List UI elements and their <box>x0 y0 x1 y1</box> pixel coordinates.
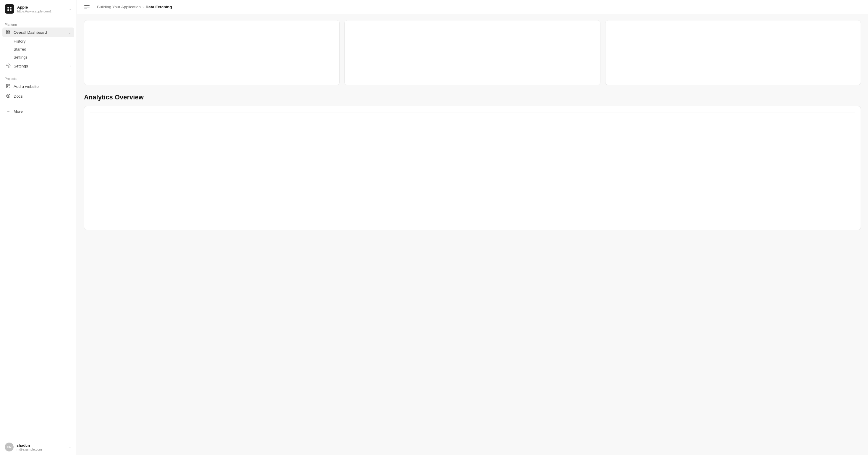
svg-rect-15 <box>84 7 90 7</box>
breadcrumb-item-2: Data Fetching <box>146 5 172 9</box>
sidebar-item-starred[interactable]: Starred <box>2 45 74 53</box>
svg-rect-5 <box>8 30 10 32</box>
more-left: ··· More <box>5 109 23 114</box>
svg-point-12 <box>6 94 10 97</box>
dashboard-icon <box>5 30 11 35</box>
add-website-label: Add a website <box>13 84 39 89</box>
svg-rect-7 <box>8 32 10 34</box>
avatar: CN <box>5 443 13 451</box>
main-content: | Building Your Application › Data Fetch… <box>77 0 868 455</box>
sidebar-item-history[interactable]: History <box>2 37 74 45</box>
projects-label: Projects <box>2 77 74 81</box>
settings-chevron-icon: › <box>70 64 71 68</box>
settings-label: Settings <box>13 64 28 68</box>
account-info: Apple https://www.apple.com1 <box>17 5 52 13</box>
account-switcher[interactable]: Apple https://www.apple.com1 <box>5 4 52 13</box>
footer-account: CN shadcn m@example.com <box>5 443 42 451</box>
sidebar-item-overall-dashboard[interactable]: Overall Dashboard ⌄ <box>2 28 74 37</box>
card-3 <box>605 20 861 85</box>
svg-rect-9 <box>6 84 8 86</box>
svg-rect-6 <box>6 32 8 34</box>
history-label: History <box>13 39 25 44</box>
svg-rect-11 <box>6 86 8 88</box>
sidebar-header: Apple https://www.apple.com1 ⌄ <box>0 0 76 18</box>
nav-item-settings-left: Settings <box>5 63 28 69</box>
footer-name: shadcn <box>17 443 42 448</box>
analytics-chart <box>84 106 861 230</box>
nav-item-left: Overall Dashboard <box>5 30 47 35</box>
account-name: Apple <box>17 5 52 9</box>
docs-left: Docs <box>5 93 23 99</box>
docs-icon <box>5 93 11 99</box>
add-website-left: Add a website <box>5 84 39 89</box>
projects-section: Projects Add a website <box>2 77 74 101</box>
svg-rect-14 <box>84 5 90 6</box>
sidebar-item-settings[interactable]: Settings › <box>2 61 74 71</box>
sidebar-item-more[interactable]: ··· More <box>2 107 74 116</box>
breadcrumb-separator: › <box>143 5 144 9</box>
sidebar-navigation: Platform Overall Dashboard ⌄ <box>0 18 76 439</box>
account-icon <box>5 4 14 13</box>
sidebar-item-add-website[interactable]: Add a website <box>2 82 74 91</box>
footer-info: shadcn m@example.com <box>17 443 42 451</box>
svg-rect-4 <box>6 30 8 32</box>
card-1 <box>84 20 340 85</box>
svg-rect-2 <box>7 9 9 11</box>
sidebar-footer[interactable]: CN shadcn m@example.com ⌄ <box>0 439 76 455</box>
platform-label: Platform <box>2 23 74 26</box>
cards-row <box>84 20 861 85</box>
svg-rect-16 <box>84 8 87 9</box>
svg-point-13 <box>8 95 9 96</box>
svg-rect-0 <box>7 7 9 8</box>
sidebar-item-docs[interactable]: Docs <box>2 91 74 101</box>
platform-section: Platform Overall Dashboard ⌄ <box>2 23 74 71</box>
docs-label: Docs <box>13 94 23 98</box>
dashboard-label: Overall Dashboard <box>13 30 47 35</box>
svg-rect-1 <box>10 7 11 8</box>
footer-email: m@example.com <box>17 448 42 451</box>
sidebar: Apple https://www.apple.com1 ⌄ Platform <box>0 0 77 455</box>
sidebar-item-settings-sub[interactable]: Settings <box>2 53 74 61</box>
breadcrumb: Building Your Application › Data Fetchin… <box>97 5 172 9</box>
sidebar-toggle-button[interactable] <box>83 3 91 11</box>
starred-label: Starred <box>13 47 26 52</box>
account-url: https://www.apple.com1 <box>17 9 52 13</box>
breadcrumb-item-1[interactable]: Building Your Application <box>97 5 141 9</box>
account-chevron-icon: ⌄ <box>69 7 72 11</box>
settings-icon <box>5 63 11 69</box>
dashboard-chevron-icon: ⌄ <box>68 30 71 35</box>
svg-rect-3 <box>10 9 11 11</box>
more-icon: ··· <box>5 109 11 114</box>
chart-bars-area <box>90 112 855 224</box>
topbar: | Building Your Application › Data Fetch… <box>77 0 868 14</box>
svg-rect-10 <box>8 84 10 86</box>
avatar-initials: CN <box>7 445 11 449</box>
settings-sub-label: Settings <box>13 55 28 59</box>
footer-chevron-icon: ⌄ <box>69 445 72 449</box>
svg-point-8 <box>8 65 9 66</box>
content-area: Analytics Overview <box>77 14 868 455</box>
more-label: More <box>13 109 23 114</box>
add-website-icon <box>5 84 11 89</box>
topbar-separator: | <box>93 4 95 10</box>
card-2 <box>344 20 600 85</box>
analytics-title: Analytics Overview <box>84 93 861 101</box>
